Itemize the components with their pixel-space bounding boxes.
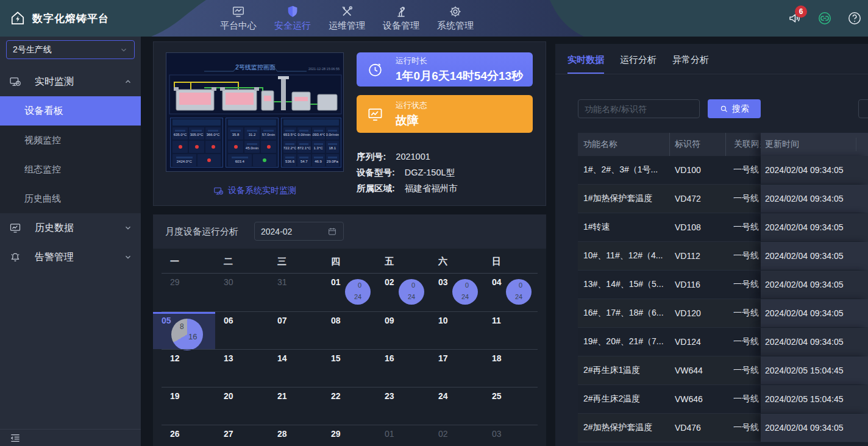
- calendar-day[interactable]: 12: [162, 350, 215, 387]
- calendar-day[interactable]: 09: [376, 312, 430, 349]
- weekday-label: 五: [376, 256, 430, 273]
- status-label: 运行状态: [396, 100, 427, 111]
- sidebar-item-alarm-management[interactable]: 告警管理: [0, 242, 141, 272]
- tab-anomaly-analysis[interactable]: 异常分析: [672, 54, 709, 74]
- calendar-title: 月度设备运行分析: [165, 226, 238, 238]
- month-picker[interactable]: 2024-02: [254, 222, 344, 241]
- calendar-day[interactable]: 16: [376, 350, 430, 387]
- calendar-day[interactable]: 22: [322, 388, 376, 425]
- realtime-monitor-submenu: 设备看板 视频监控 组态监控 历史曲线: [0, 96, 141, 213]
- table-row[interactable]: 1#、2#、3#（1号...VD100一号线2024/02/04 09:34:0…: [578, 156, 868, 185]
- calendar-grid-area: 一二三四五六日 29303101024020240302404024058160…: [153, 249, 546, 446]
- calendar-day[interactable]: 08: [322, 312, 376, 349]
- status-value: 故障: [396, 113, 427, 129]
- calendar-icon: [327, 227, 337, 236]
- table-row[interactable]: 1#加热保护套温度VD472一号线2024/02/04 09:34:05: [578, 185, 868, 213]
- calendar-day[interactable]: 20: [215, 388, 269, 425]
- calendar-day[interactable]: 10: [430, 312, 483, 349]
- sidebar-item-realtime-monitor[interactable]: 实时监测: [0, 67, 141, 96]
- nav-system-management[interactable]: 系统管理: [435, 2, 475, 34]
- nav-safe-operation[interactable]: 安全运行: [272, 2, 313, 34]
- search-button[interactable]: 搜索: [708, 99, 761, 118]
- calendar-day[interactable]: 07: [269, 312, 322, 349]
- sidebar-item-video-monitor[interactable]: 视频监控: [0, 126, 141, 155]
- calendar-day[interactable]: 29: [322, 425, 376, 446]
- app-root: 数字化熔铸平台 平台中心 安全运行 运维管理: [0, 0, 868, 446]
- scada-thumbnail[interactable]: 2号线监控画面 2021-12-28 15:06:55: [166, 52, 344, 172]
- table-row[interactable]: 13#、14#、15#（5...VD116一号线2024/02/04 09:34…: [578, 271, 868, 299]
- nav-ops-management[interactable]: 运维管理: [327, 2, 367, 34]
- calendar-day[interactable]: 24: [430, 388, 483, 425]
- tab-realtime-data[interactable]: 实时数据: [567, 54, 604, 74]
- table-row[interactable]: 2#再生床2温度VW646一号线2024/02/05 15:04:45: [578, 385, 868, 414]
- calendar-day[interactable]: 03: [483, 425, 537, 446]
- calendar-day[interactable]: 26: [162, 425, 215, 446]
- calendar-day[interactable]: 17: [430, 350, 483, 387]
- device-realtime-link[interactable]: 设备系统实时监测: [166, 185, 344, 196]
- sidebar-item-history-data[interactable]: 历史数据: [0, 213, 141, 242]
- weekday-label: 六: [430, 256, 483, 273]
- table-row[interactable]: 1#转速VD108一号线2024/02/04 09:34:05: [578, 213, 868, 242]
- notifications-button[interactable]: 6: [788, 11, 802, 26]
- sidebar-item-device-board[interactable]: 设备看板: [0, 96, 141, 126]
- calendar-day[interactable]: 13: [215, 350, 269, 387]
- calendar-day[interactable]: 04024: [483, 274, 537, 311]
- table-row[interactable]: 19#、20#、21#（7...VD124一号线2024/02/04 09:34…: [578, 328, 868, 356]
- calendar-day[interactable]: 11: [483, 312, 537, 349]
- scada-data-panels: 635.0°C305.0°C366.0°C2424.0°C35.831.257.…: [166, 116, 344, 170]
- tab-operation-analysis[interactable]: 运行分析: [620, 54, 656, 74]
- calendar-day[interactable]: 21: [269, 388, 322, 425]
- help-button[interactable]: [847, 11, 862, 26]
- column-header: 标识符: [670, 133, 725, 156]
- calendar-day[interactable]: 05816: [153, 312, 215, 349]
- table-row[interactable]: 16#、17#、18#（6...VD120一号线2024/02/04 09:34…: [578, 299, 868, 328]
- table-row[interactable]: 10#、11#、12#（4...VD112一号线2024/02/04 09:34…: [578, 242, 868, 271]
- table-row[interactable]: 2#加热保护套温度VD476一号线2024/02/04 09:34:05: [578, 414, 868, 442]
- scada-panel: 35.831.257.0min45.0min603.4: [226, 118, 279, 168]
- search-input[interactable]: [578, 99, 700, 118]
- calendar-day[interactable]: 01024: [322, 274, 376, 311]
- table-row[interactable]: 2#再生床1温度VW644一号线2024/02/05 15:04:45: [578, 356, 868, 385]
- calendar-day[interactable]: 02: [430, 425, 483, 446]
- calendar-week-row: 29303101024020240302404024: [162, 274, 538, 311]
- table-header: 功能名称标识符关联网关更新时间: [578, 133, 868, 156]
- serial-number-row: 序列号: 2021001: [357, 149, 458, 165]
- day-usage-badge: 024: [345, 279, 371, 305]
- production-line-select[interactable]: 2号生产线: [6, 40, 135, 59]
- calendar-day[interactable]: 06: [215, 312, 269, 349]
- calendar-day[interactable]: 30: [215, 274, 269, 311]
- search-icon: [719, 104, 728, 113]
- calendar-day[interactable]: 14: [269, 350, 322, 387]
- calendar-header: 月度设备运行分析 2024-02: [153, 214, 546, 249]
- calendar-day[interactable]: 31: [269, 274, 322, 311]
- clock-icon: [367, 62, 383, 78]
- scada-panel: 653.5°C0.0l/min1093.4°C0.0r/min722.2°C87…: [281, 118, 341, 168]
- calendar-day[interactable]: 28: [269, 425, 322, 446]
- search-row: 搜索: [555, 99, 868, 118]
- calendar-day[interactable]: 03024: [430, 274, 483, 311]
- collapse-sidebar-icon[interactable]: [9, 432, 21, 444]
- notification-badge: 6: [795, 5, 807, 18]
- calendar-day[interactable]: 27: [215, 425, 269, 446]
- calendar-day[interactable]: 25: [483, 388, 537, 425]
- calendar-day[interactable]: 18: [483, 350, 537, 387]
- scada-panel: 635.0°C305.0°C366.0°C2424.0°C: [170, 118, 223, 168]
- realtime-monitor-icon: [9, 76, 21, 88]
- robot-arm-icon: [394, 5, 408, 18]
- calendar-day[interactable]: 02024: [376, 274, 430, 311]
- realtime-monitor-icon: [213, 186, 224, 196]
- calendar-day[interactable]: 29: [162, 274, 215, 311]
- calendar-day[interactable]: 19: [162, 388, 215, 425]
- nav-device-management[interactable]: 设备管理: [381, 2, 421, 34]
- weekday-label: 三: [269, 256, 322, 273]
- connection-status-button[interactable]: [817, 11, 832, 26]
- shield-icon: [286, 5, 299, 18]
- calendar-grid: 2930310102402024030240402405816060708091…: [162, 274, 538, 446]
- calendar-day[interactable]: 01: [376, 425, 430, 446]
- calendar-day[interactable]: 15: [322, 350, 376, 387]
- clipped-input-stub[interactable]: [858, 99, 868, 118]
- sidebar-item-scada-monitor[interactable]: 组态监控: [0, 155, 141, 184]
- nav-platform-center[interactable]: 平台中心: [218, 2, 258, 34]
- sidebar-item-history-curve[interactable]: 历史曲线: [0, 184, 141, 213]
- calendar-day[interactable]: 23: [376, 388, 430, 425]
